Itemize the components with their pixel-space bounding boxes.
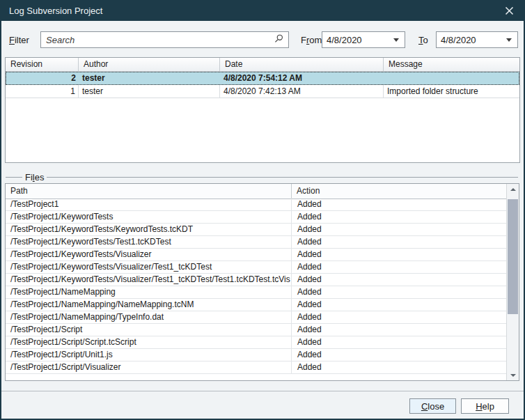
action-cell: Added [292, 236, 507, 248]
file-row[interactable]: /TestProject1/KeywordTestsAdded [6, 211, 507, 224]
path-cell: /TestProject1/KeywordTests/KeywordTests.… [6, 224, 292, 235]
path-cell: /TestProject1/Script/Visualizer [6, 361, 292, 373]
files-group-caption: Files [6, 172, 518, 182]
author-cell: tester [79, 85, 220, 98]
file-row[interactable]: /TestProject1Added [6, 199, 507, 211]
action-cell: Added [292, 324, 507, 336]
action-cell: Added [292, 361, 507, 373]
column-header-author[interactable]: Author [79, 58, 220, 71]
file-row[interactable]: /TestProject1/Script/Script.tcScriptAdde… [6, 336, 507, 349]
search-icon [274, 33, 283, 46]
action-cell: Added [292, 349, 507, 361]
scroll-down-icon[interactable] [507, 370, 519, 380]
path-cell: /TestProject1/NameMapping/TypeInfo.dat [6, 311, 292, 323]
files-table: Path Action /TestProject1Added /TestProj… [5, 183, 519, 381]
dialog-title: Log Subversion Project [0, 6, 497, 16]
author-cell: tester [79, 72, 220, 85]
path-cell: /TestProject1 [6, 199, 292, 210]
message-cell [384, 72, 519, 85]
file-row[interactable]: /TestProject1/KeywordTests/Test1.tcKDTes… [6, 236, 507, 249]
files-label: Files [22, 172, 47, 182]
from-date-picker[interactable]: 4/8/2020 [322, 31, 405, 48]
action-cell: Added [292, 336, 507, 348]
log-subversion-dialog: Log Subversion Project Filter Search Fro… [0, 0, 525, 420]
close-icon[interactable] [497, 0, 521, 21]
files-table-header: Path Action [6, 184, 507, 199]
column-header-path[interactable]: Path [6, 184, 292, 199]
file-row[interactable]: /TestProject1/NameMapping/TypeInfo.datAd… [6, 311, 507, 324]
action-cell: Added [292, 299, 507, 311]
divider [6, 177, 22, 178]
to-date-picker[interactable]: 4/8/2020 [436, 31, 518, 48]
path-cell: /TestProject1/Script/Script.tcScript [6, 336, 292, 348]
column-header-action[interactable]: Action [292, 184, 507, 199]
scroll-up-icon[interactable] [507, 184, 519, 194]
revision-cell: 1 [6, 85, 79, 98]
action-cell: Added [292, 224, 507, 235]
chevron-down-icon [393, 38, 399, 42]
chevron-down-icon [506, 38, 512, 42]
file-row[interactable]: /TestProject1/NameMappingAdded [6, 286, 507, 299]
path-cell: /TestProject1/NameMapping [6, 286, 292, 298]
file-row[interactable]: /TestProject1/KeywordTests/Visualizer/Te… [6, 274, 507, 286]
action-cell: Added [292, 274, 507, 286]
scrollbar-thumb[interactable] [508, 199, 518, 314]
file-row[interactable]: /TestProject1/ScriptAdded [6, 324, 507, 336]
file-row[interactable]: /TestProject1/KeywordTests/VisualizerAdd… [6, 249, 507, 261]
divider [47, 177, 518, 178]
path-cell: /TestProject1/KeywordTests/Visualizer/Te… [6, 261, 292, 273]
revision-table: Revision Author Date Message 2 tester 4/… [5, 57, 520, 163]
revision-cell: 2 [6, 72, 79, 85]
file-row[interactable]: /TestProject1/KeywordTests/KeywordTests.… [6, 224, 507, 236]
close-button[interactable]: Close [409, 398, 456, 414]
action-cell: Added [292, 261, 507, 273]
search-placeholder: Search [41, 35, 274, 45]
path-cell: /TestProject1/KeywordTests/Visualizer [6, 249, 292, 260]
path-cell: /TestProject1/NameMapping/NameMapping.tc… [6, 299, 292, 311]
path-cell: /TestProject1/Script/Unit1.js [6, 349, 292, 361]
action-cell: Added [292, 286, 507, 298]
path-cell: /TestProject1/KeywordTests/Visualizer/Te… [6, 274, 292, 286]
filter-label: Filter [9, 35, 29, 45]
help-button[interactable]: Help [461, 398, 509, 414]
search-input[interactable]: Search [40, 31, 289, 48]
date-cell: 4/8/2020 7:42:13 AM [220, 85, 384, 98]
column-header-revision[interactable]: Revision [6, 58, 79, 71]
revision-row-selected[interactable]: 2 tester 4/8/2020 7:54:12 AM [6, 72, 519, 85]
revision-row[interactable]: 1 tester 4/8/2020 7:42:13 AM Imported fo… [6, 85, 519, 98]
files-rows: /TestProject1Added /TestProject1/Keyword… [6, 199, 507, 380]
file-row[interactable]: /TestProject1/Script/VisualizerAdded [6, 361, 507, 374]
from-date-value: 4/8/2020 [322, 35, 393, 45]
footer-divider [1, 391, 524, 391]
from-label: From [301, 35, 322, 45]
file-row[interactable]: /TestProject1/Script/Unit1.jsAdded [6, 349, 507, 361]
path-cell: /TestProject1/Script [6, 324, 292, 336]
revision-table-header: Revision Author Date Message [6, 58, 519, 72]
files-vertical-scrollbar[interactable] [506, 184, 519, 380]
action-cell: Added [292, 249, 507, 260]
to-label: To [418, 35, 428, 45]
column-header-message[interactable]: Message [384, 58, 519, 71]
action-cell: Added [292, 199, 507, 210]
file-row[interactable]: /TestProject1/KeywordTests/Visualizer/Te… [6, 261, 507, 274]
to-date-value: 4/8/2020 [437, 35, 506, 45]
path-cell: /TestProject1/KeywordTests [6, 211, 292, 223]
title-bar: Log Subversion Project [0, 0, 525, 21]
action-cell: Added [292, 311, 507, 323]
path-cell: /TestProject1/KeywordTests/Test1.tcKDTes… [6, 236, 292, 248]
file-row[interactable]: /TestProject1/NameMapping/NameMapping.tc… [6, 299, 507, 311]
date-cell: 4/8/2020 7:54:12 AM [220, 72, 384, 85]
message-cell: Imported folder structure [384, 85, 519, 98]
column-header-date[interactable]: Date [220, 58, 384, 71]
action-cell: Added [292, 211, 507, 223]
